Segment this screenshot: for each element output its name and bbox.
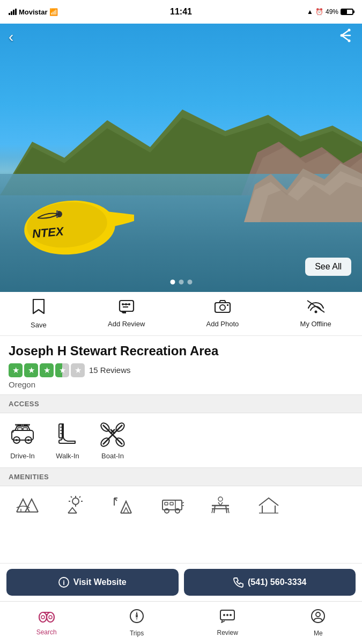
back-button[interactable]: ‹ [9,28,13,46]
status-bar: Movistar 📶 11:41 ▲ ⏰ 49% [0,0,362,24]
wifi-icon: 📶 [49,8,58,16]
rv-icon [159,494,186,515]
camera-icon [214,299,231,317]
svg-point-102 [316,612,320,617]
save-button[interactable]: Save [31,298,47,329]
dot-1 [170,280,175,284]
phone-icon [233,577,243,588]
walk-in-label: Walk-In [56,452,79,460]
info-icon: i [58,577,69,588]
visit-website-label: Visit Website [73,577,127,587]
alarm-icon: ⏰ [315,8,323,16]
fire-icon [62,494,89,515]
call-button[interactable]: (541) 560-3334 [184,569,356,596]
amenity-rv [153,494,191,515]
photo-dots [170,280,192,284]
svg-line-61 [71,496,72,497]
svg-point-98 [223,614,225,616]
svg-rect-22 [215,303,230,312]
binoculars-icon [39,610,55,626]
svg-marker-95 [136,617,138,621]
hero-background: NTEX [0,24,362,292]
nav-search[interactable]: Search [36,610,57,636]
svg-rect-32 [17,425,21,426]
svg-line-62 [79,496,80,497]
svg-point-19 [122,303,124,305]
tent-icon [110,494,137,515]
nav-trips[interactable]: Trips [129,609,144,637]
compass-icon [129,609,144,627]
access-walk-in: Walk-In [54,421,82,460]
svg-point-91 [41,616,45,619]
svg-marker-18 [121,311,126,313]
table-icon [207,494,234,515]
amenity-tent [105,494,143,515]
add-review-button[interactable]: Add Review [108,299,145,328]
bottom-nav: Search Trips Review [0,601,362,644]
person-icon [311,609,326,627]
svg-point-1 [348,40,351,42]
nav-review[interactable]: Review [217,609,238,636]
star-1: ★ [9,363,23,377]
shelter-icon [255,494,282,515]
signal-bars [9,9,17,15]
svg-text:i: i [63,579,65,587]
see-all-button[interactable]: See All [305,258,351,276]
save-label: Save [31,321,47,329]
svg-rect-33 [24,425,28,426]
nav-header: ‹ [0,24,362,50]
review-nav-icon [219,609,235,627]
svg-point-99 [226,614,228,616]
svg-rect-70 [170,502,173,505]
svg-point-89 [47,612,54,622]
amenities-section [0,486,362,519]
save-icon [32,298,46,318]
svg-rect-39 [23,428,27,430]
dot-3 [187,280,192,284]
amenity-fire [57,494,94,515]
star-5-empty: ★ [71,363,85,377]
status-time: 11:41 [170,7,192,17]
svg-point-36 [16,439,18,441]
access-section: Drive-In Walk-In [0,413,362,467]
svg-point-20 [125,303,127,305]
svg-point-21 [128,303,130,305]
rocks [244,142,362,222]
my-offline-button[interactable]: My Offline [300,299,331,328]
access-section-header: ACCESS [0,394,362,413]
add-review-label: Add Review [108,320,145,328]
svg-line-81 [212,509,213,513]
star-3: ★ [40,363,54,377]
svg-point-88 [39,612,47,622]
paddle-icon [99,421,127,449]
review-count: 15 Reviews [89,365,131,375]
place-state: Oregon [9,380,353,389]
visit-website-button[interactable]: i Visit Website [6,569,179,596]
amenities-section-header: AMENITIES [0,467,362,486]
svg-point-56 [72,498,79,504]
svg-line-80 [226,506,227,513]
dot-2 [179,280,183,284]
nav-review-label: Review [217,629,238,636]
svg-point-100 [230,614,232,616]
svg-point-0 [348,29,351,32]
location-icon: ▲ [307,8,313,16]
status-left: Movistar 📶 [9,8,58,16]
nav-me[interactable]: Me [311,609,326,637]
battery-icon [341,9,353,15]
svg-rect-24 [227,304,228,306]
svg-rect-69 [165,502,168,505]
svg-rect-27 [12,430,33,440]
share-button[interactable] [338,28,353,46]
carrier-label: Movistar [19,8,47,16]
svg-text:NTEX: NTEX [32,224,65,240]
svg-point-37 [27,439,29,441]
svg-point-92 [49,616,52,619]
access-drive-in: Drive-In [9,421,36,460]
boat-in-label: Boat-In [101,452,124,460]
offline-icon [306,299,326,317]
add-photo-label: Add Photo [206,320,239,328]
nav-search-label: Search [36,628,57,636]
add-photo-button[interactable]: Add Photo [206,299,239,328]
campsite-icon [14,494,41,515]
